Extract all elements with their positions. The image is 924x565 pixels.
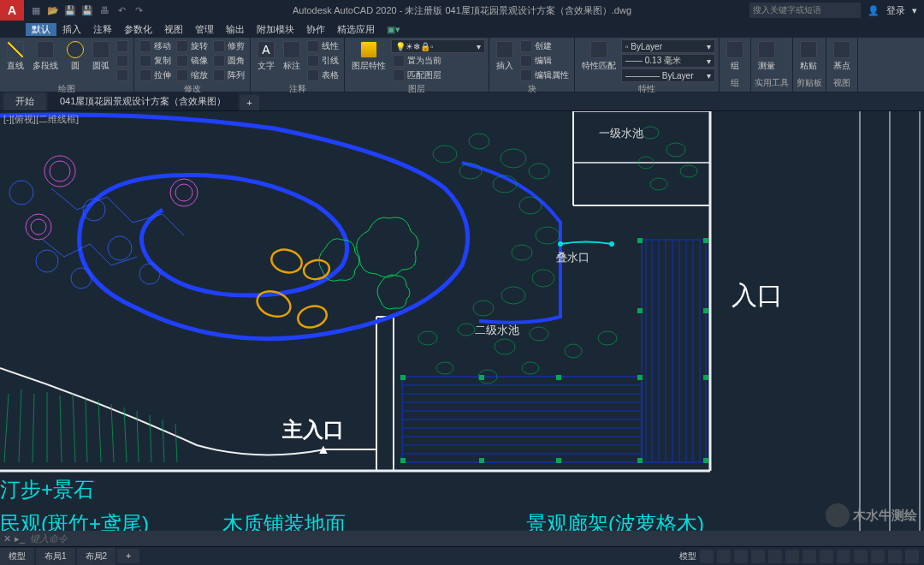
layer-combo[interactable]: 💡☀❄🔒▫▾ (391, 39, 485, 53)
new-icon[interactable]: ▦ (29, 3, 43, 17)
tab-view[interactable]: 视图 (158, 23, 189, 36)
svg-rect-90 (556, 458, 561, 463)
otrack-icon[interactable] (785, 550, 799, 563)
ltype-combo[interactable]: ———— ByLayer▾ (621, 68, 715, 82)
help-search[interactable]: 搜入关键字或短语 (749, 3, 861, 18)
svg-rect-87 (637, 375, 643, 380)
text-button[interactable]: A文字 (254, 39, 278, 74)
move-button[interactable]: 移动 (138, 39, 173, 53)
stretch-button[interactable]: 拉伸 (138, 68, 173, 82)
tab-file[interactable]: 041屋顶花园景观设计方案（含效果图） (48, 92, 238, 110)
insert-button[interactable]: 插入 (493, 39, 517, 74)
fullscreen-icon[interactable] (905, 550, 919, 563)
setcurrent-button[interactable]: 置为当前 (391, 54, 485, 68)
redo-icon[interactable]: ↷ (132, 3, 145, 17)
plot-icon[interactable]: 🖶 (98, 3, 111, 17)
line-button[interactable]: 直线 (3, 39, 27, 74)
cmd-close-icon[interactable]: ✕ (3, 533, 11, 544)
tab-add[interactable]: + (240, 95, 258, 110)
tab-addins[interactable]: 附加模块 (251, 23, 300, 36)
tab-annotate[interactable]: 注释 (87, 23, 118, 36)
ellipse-button[interactable] (115, 68, 130, 82)
tab-default[interactable]: 默认 (26, 23, 56, 36)
ribbon: 直线 多段线 圆 圆弧 绘图 移动 复制 拉伸 旋转 镜像 缩放 (0, 38, 924, 92)
editattr-icon (520, 69, 532, 81)
polyline-button[interactable]: 多段线 (29, 39, 62, 74)
mirror-button[interactable]: 镜像 (175, 54, 210, 68)
view-label[interactable]: [-][俯视][二维线框] (3, 113, 79, 126)
rotate-button[interactable]: 旋转 (175, 39, 210, 53)
dropdown-icon[interactable]: ▾ (912, 5, 917, 16)
save-icon[interactable]: 💾 (63, 3, 77, 17)
label-pool2: 二级水池 (475, 324, 519, 336)
fillet-button[interactable]: 圆角 (211, 54, 246, 68)
paste-button[interactable]: 粘贴 (797, 39, 820, 74)
array-icon (213, 69, 225, 81)
label-view: 民观(斑竹+鸢尾) (0, 512, 149, 531)
ortho-icon[interactable] (734, 550, 748, 563)
svg-point-42 (26, 214, 51, 240)
matchlayer-button[interactable]: 匹配图层 (391, 68, 485, 82)
lweight-combo[interactable]: —— 0.13 毫米▾ (621, 54, 715, 68)
app-logo[interactable]: A (0, 0, 24, 21)
drawing-canvas[interactable]: [-][俯视][二维线框] (0, 111, 924, 531)
svg-point-24 (565, 344, 582, 358)
transparency-icon[interactable] (820, 550, 833, 563)
array-button[interactable]: 阵列 (211, 68, 246, 82)
lweight-icon[interactable] (803, 550, 816, 563)
tab-output[interactable]: 输出 (220, 23, 251, 36)
linear-button[interactable]: 线性 (305, 39, 341, 53)
table-button[interactable]: 表格 (305, 68, 341, 82)
tab-model[interactable]: 模型 (0, 548, 34, 565)
basepoint-button[interactable]: 基点 (830, 39, 854, 74)
matchprops-button[interactable]: 特性匹配 (578, 39, 619, 74)
snap-icon[interactable] (717, 550, 731, 563)
cycling-icon[interactable] (837, 550, 850, 563)
create-button[interactable]: 创建 (518, 39, 571, 53)
tab-insert[interactable]: 插入 (56, 23, 87, 36)
circle-button[interactable]: 圆 (63, 39, 87, 74)
color-combo[interactable]: ▫ ByLayer▾ (621, 39, 715, 53)
spline-button[interactable] (115, 54, 130, 68)
grid-icon[interactable] (700, 550, 714, 563)
tab-featured[interactable]: 精选应用 (331, 23, 381, 36)
gear-icon[interactable] (888, 550, 902, 563)
hatch-button[interactable] (115, 39, 130, 53)
copy-button[interactable]: 复制 (138, 54, 173, 68)
tab-layout1[interactable]: 布局1 (36, 548, 75, 565)
tab-plus[interactable]: + (117, 549, 139, 563)
user-icon[interactable]: 👤 (868, 5, 880, 16)
leader-button[interactable]: 引线 (305, 54, 341, 68)
measure-button[interactable]: 测量 (755, 39, 779, 74)
annomonitor-icon[interactable] (854, 550, 868, 563)
tab-collab[interactable]: 协作 (300, 23, 331, 36)
open-icon[interactable]: 📂 (46, 3, 60, 17)
login-link[interactable]: 登录 (886, 4, 905, 17)
dim-button[interactable]: 标注 (280, 39, 304, 74)
status-model[interactable]: 模型 (679, 550, 696, 562)
undo-icon[interactable]: ↶ (115, 3, 128, 17)
workspace-icon[interactable] (871, 550, 885, 563)
tab-parametric[interactable]: 参数化 (118, 23, 158, 36)
tab-manage[interactable]: 管理 (189, 23, 220, 36)
polar-icon[interactable] (751, 550, 765, 563)
tab-more-icon[interactable]: ▣▾ (381, 24, 406, 35)
layerprops-button[interactable]: 图层特性 (348, 39, 389, 74)
table-icon (307, 69, 319, 81)
circle-icon (67, 41, 84, 58)
cmd-input[interactable]: 键入命令 (30, 532, 68, 545)
svg-point-30 (666, 143, 685, 157)
tab-layout2[interactable]: 布局2 (77, 548, 116, 565)
arc-button[interactable]: 圆弧 (89, 39, 113, 74)
osnap-icon[interactable] (768, 550, 782, 563)
panel-utils: 测量 实用工具 (751, 38, 793, 92)
edit-button[interactable]: 编辑 (518, 54, 571, 68)
scale-button[interactable]: 缩放 (175, 68, 210, 82)
trim-button[interactable]: 修剪 (211, 39, 246, 53)
dim-icon (283, 41, 300, 58)
editattr-button[interactable]: 编辑属性 (518, 68, 571, 82)
command-line[interactable]: ✕ ▸_ 键入命令 (0, 531, 924, 546)
group-button[interactable]: 组 (723, 39, 747, 74)
tab-start[interactable]: 开始 (3, 92, 46, 110)
saveas-icon[interactable]: 💾 (80, 3, 94, 17)
